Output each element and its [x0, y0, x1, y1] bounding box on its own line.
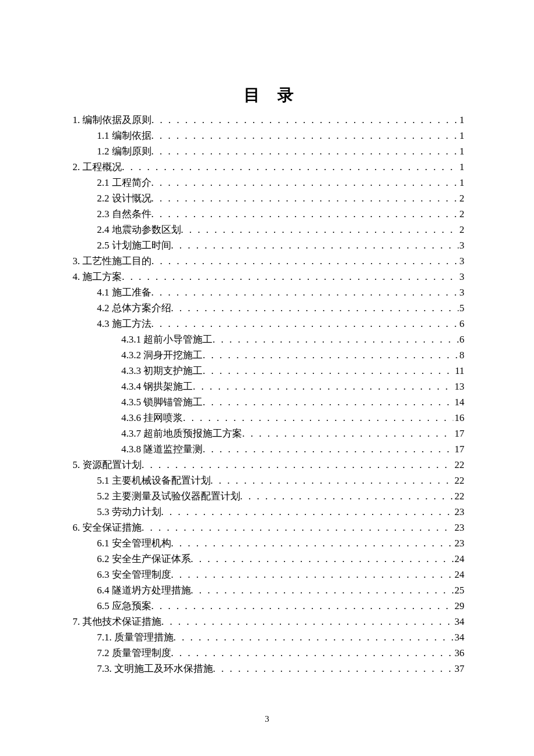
toc-entry-page: 1 — [459, 143, 465, 159]
toc-entry: 7.1. 质量管理措施34 — [73, 629, 464, 645]
toc-leader-dots — [211, 473, 454, 488]
toc-entry-label: 7.3. 文明施工及环水保措施 — [97, 661, 213, 676]
toc-entry-page: 8 — [459, 347, 465, 363]
toc-entry: 6.5 应急预案29 — [73, 598, 464, 614]
toc-entry: 2.5 计划施工时间3 — [73, 237, 464, 253]
toc-entry-label: 5.2 主要测量及试验仪器配置计划 — [97, 488, 240, 504]
toc-entry: 4.3.4 钢拱架施工13 — [73, 379, 464, 394]
toc-entry-page: 2 — [459, 222, 465, 237]
toc-leader-dots — [203, 394, 453, 410]
toc-entry-label: 2.4 地震动参数区划 — [97, 222, 181, 237]
toc-entry: 4.3.2 洞身开挖施工8 — [73, 347, 464, 363]
toc-entry-page: 34 — [453, 629, 464, 645]
toc-entry: 4.3.7 超前地质预报施工方案17 — [73, 426, 464, 441]
toc-entry: 6.1 安全管理机构23 — [73, 535, 464, 551]
toc-leader-dots — [151, 143, 459, 159]
toc-entry-page: 1 — [459, 112, 465, 128]
toc-leader-dots — [193, 379, 453, 394]
toc-entry-label: 4.3.1 超前小导管施工 — [121, 332, 212, 347]
toc-entry: 4. 施工方案3 — [73, 269, 464, 285]
toc-leader-dots — [212, 332, 458, 347]
toc-entry: 4.3.6 挂网喷浆16 — [73, 410, 464, 426]
toc-entry-label: 6.3 安全管理制度 — [97, 567, 171, 582]
toc-leader-dots — [181, 222, 459, 237]
toc-leader-dots — [171, 300, 459, 316]
toc-entry-page: 23 — [453, 504, 464, 520]
toc-leader-dots — [142, 520, 453, 535]
toc-entry-label: 7. 其他技术保证措施 — [73, 614, 161, 629]
toc-entry: 2.3 自然条件2 — [73, 206, 464, 222]
toc-leader-dots — [142, 457, 453, 473]
toc-entry-page: 22 — [453, 457, 464, 473]
toc-entry-label: 5.1 主要机械设备配置计划 — [97, 473, 211, 488]
toc-leader-dots — [151, 112, 459, 128]
toc-entry-page: 3 — [459, 253, 465, 269]
toc-entry-label: 2. 工程概况 — [73, 159, 122, 175]
toc-entry-page: 2 — [459, 206, 465, 222]
toc-entry-page: 23 — [453, 535, 464, 551]
toc-leader-dots — [174, 629, 453, 645]
toc-entry-label: 2.2 设计慨况 — [97, 190, 151, 206]
toc-entry: 4.3.5 锁脚锚管施工14 — [73, 394, 464, 410]
toc-leader-dots — [161, 504, 454, 520]
toc-entry: 1. 编制依据及原则1 — [73, 112, 464, 128]
toc-leader-dots — [203, 347, 458, 363]
toc-entry-label: 6.5 应急预案 — [97, 598, 151, 614]
toc-entry: 2.2 设计慨况2 — [73, 190, 464, 206]
toc-entry: 5.2 主要测量及试验仪器配置计划22 — [73, 488, 464, 504]
toc-leader-dots — [151, 175, 459, 190]
toc-entry-page: 3 — [459, 285, 465, 300]
toc-title: 目录 — [73, 84, 464, 106]
toc-leader-dots — [240, 488, 454, 504]
toc-leader-dots — [203, 363, 453, 379]
toc-entry-label: 4.3.2 洞身开挖施工 — [121, 347, 203, 363]
toc-entry-page: 22 — [453, 488, 464, 504]
toc-entry-label: 2.1 工程简介 — [97, 175, 151, 190]
toc-entry: 4.3.3 初期支护施工11 — [73, 363, 464, 379]
toc-entry-page: 17 — [453, 426, 464, 441]
toc-entry-page: 3 — [459, 269, 465, 285]
toc-leader-dots — [171, 645, 454, 661]
toc-entry: 4.3.8 隧道监控量测17 — [73, 441, 464, 457]
toc-entry-label: 7.1. 质量管理措施 — [97, 629, 174, 645]
toc-entry-page: 24 — [453, 567, 464, 582]
toc-entry-label: 5. 资源配置计划 — [73, 457, 142, 473]
toc-entry: 4.2 总体方案介绍5 — [73, 300, 464, 316]
toc-leader-dots — [191, 551, 454, 567]
toc-entry-label: 6. 安全保证措施 — [73, 520, 142, 535]
toc-leader-dots — [122, 159, 459, 175]
toc-leader-dots — [191, 582, 454, 598]
toc-entry-page: 14 — [453, 394, 464, 410]
toc-entry-label: 6.1 安全管理机构 — [97, 535, 171, 551]
toc-entry-label: 4.3.3 初期支护施工 — [121, 363, 203, 379]
toc-entry: 5.3 劳动力计划23 — [73, 504, 464, 520]
toc-leader-dots — [151, 285, 459, 300]
toc-leader-dots — [242, 426, 453, 441]
toc-entry: 2.1 工程简介1 — [73, 175, 464, 190]
toc-entry-label: 4.3.8 隧道监控量测 — [121, 441, 203, 457]
toc-entry-label: 7.2 质量管理制度 — [97, 645, 171, 661]
toc-entry-page: 6 — [459, 332, 465, 347]
toc-entry-page: 5 — [459, 300, 465, 316]
toc-leader-dots — [171, 535, 454, 551]
toc-leader-dots — [183, 410, 453, 426]
toc-entry-page: 17 — [453, 441, 464, 457]
toc-list: 1. 编制依据及原则11.1 编制依据11.2 编制原则12. 工程概况12.1… — [73, 112, 464, 676]
toc-entry-page: 16 — [453, 410, 464, 426]
toc-entry-page: 36 — [453, 645, 464, 661]
toc-leader-dots — [171, 237, 459, 253]
toc-leader-dots — [151, 316, 459, 332]
toc-entry: 1.1 编制依据1 — [73, 128, 464, 143]
toc-entry-page: 23 — [453, 520, 464, 535]
toc-leader-dots — [151, 598, 454, 614]
toc-entry: 2. 工程概况1 — [73, 159, 464, 175]
toc-entry-page: 6 — [459, 316, 465, 332]
toc-entry: 5. 资源配置计划22 — [73, 457, 464, 473]
toc-entry-page: 1 — [459, 128, 465, 143]
toc-entry: 4.3.1 超前小导管施工6 — [73, 332, 464, 347]
toc-leader-dots — [151, 253, 459, 269]
toc-entry-page: 25 — [453, 582, 464, 598]
toc-entry: 1.2 编制原则1 — [73, 143, 464, 159]
toc-entry-label: 4.3 施工方法 — [97, 316, 151, 332]
toc-leader-dots — [122, 269, 459, 285]
